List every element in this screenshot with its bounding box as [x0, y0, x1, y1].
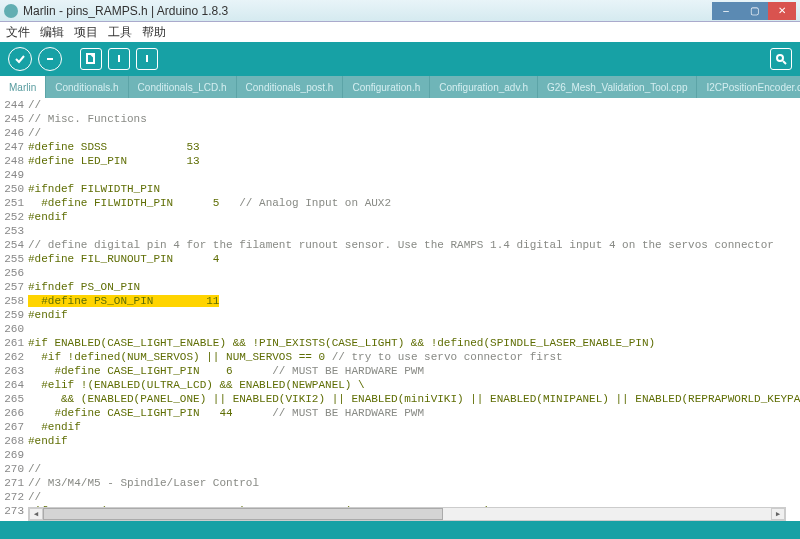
arduino-icon [4, 4, 18, 18]
menu-file[interactable]: 文件 [6, 24, 30, 41]
minimize-button[interactable]: – [712, 2, 740, 20]
scroll-track[interactable] [43, 508, 771, 520]
save-button[interactable] [136, 48, 158, 70]
line-gutter: 2442452462472482492502512522532542552562… [0, 98, 28, 521]
menu-bar: 文件 编辑 项目 工具 帮助 [0, 22, 800, 42]
upload-button[interactable] [38, 47, 62, 71]
svg-point-1 [777, 55, 783, 61]
status-bar [0, 521, 800, 539]
window-titlebar: Marlin - pins_RAMPS.h | Arduino 1.8.3 – … [0, 0, 800, 22]
window-title: Marlin - pins_RAMPS.h | Arduino 1.8.3 [23, 4, 712, 18]
tab-conditionals[interactable]: Conditionals.h [46, 76, 128, 98]
code-editor[interactable]: 2442452462472482492502512522532542552562… [0, 98, 800, 521]
scroll-left-arrow[interactable]: ◂ [29, 508, 43, 520]
new-button[interactable] [80, 48, 102, 70]
tab-conditionals-lcd[interactable]: Conditionals_LCD.h [129, 76, 237, 98]
menu-edit[interactable]: 编辑 [40, 24, 64, 41]
menu-sketch[interactable]: 项目 [74, 24, 98, 41]
tab-bar: Marlin Conditionals.h Conditionals_LCD.h… [0, 76, 800, 98]
serial-monitor-button[interactable] [770, 48, 792, 70]
horizontal-scrollbar[interactable]: ◂ ▸ [28, 507, 786, 521]
window-buttons: – ▢ ✕ [712, 2, 796, 20]
tab-configuration-adv[interactable]: Configuration_adv.h [430, 76, 538, 98]
scroll-right-arrow[interactable]: ▸ [771, 508, 785, 520]
toolbar [0, 42, 800, 76]
tab-configuration[interactable]: Configuration.h [343, 76, 430, 98]
tab-marlin[interactable]: Marlin [0, 76, 46, 98]
svg-line-2 [783, 61, 786, 64]
menu-tools[interactable]: 工具 [108, 24, 132, 41]
open-button[interactable] [108, 48, 130, 70]
tab-g26-mesh[interactable]: G26_Mesh_Validation_Tool.cpp [538, 76, 697, 98]
menu-help[interactable]: 帮助 [142, 24, 166, 41]
tab-i2c-encoder-cpp[interactable]: I2CPositionEncoder.cpp [697, 76, 800, 98]
code-area[interactable]: //// Misc. Functions//#define SDSS 53#de… [28, 98, 800, 521]
tab-conditionals-post[interactable]: Conditionals_post.h [237, 76, 344, 98]
maximize-button[interactable]: ▢ [740, 2, 768, 20]
close-button[interactable]: ✕ [768, 2, 796, 20]
verify-button[interactable] [8, 47, 32, 71]
scroll-thumb[interactable] [43, 508, 443, 520]
